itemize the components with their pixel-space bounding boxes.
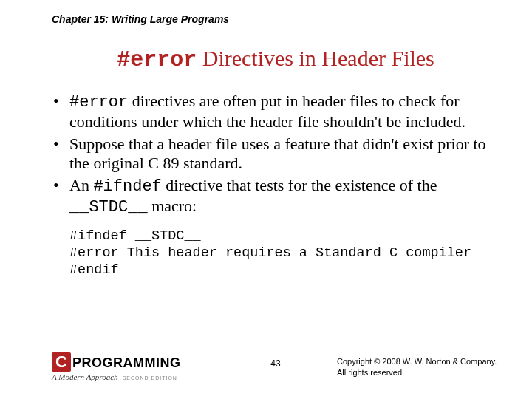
- bullet-text: macro:: [148, 197, 197, 215]
- bullet-text: directive that tests for the existence o…: [162, 176, 437, 194]
- copyright-line2: All rights reserved.: [337, 368, 404, 377]
- bullet-text: Suppose that a header file uses a featur…: [69, 134, 486, 172]
- logo-text: PROGRAMMING: [72, 356, 181, 369]
- footer: C PROGRAMMING A Modern Approach SECOND E…: [52, 352, 499, 381]
- logo-edition: SECOND EDITION: [123, 375, 177, 381]
- bullet-text: directives are often put in header files…: [69, 92, 466, 131]
- code-inline: #ifndef: [93, 177, 161, 196]
- slide: Chapter 15: Writing Large Programs #erro…: [0, 0, 532, 399]
- bullet-item: Suppose that a header file uses a featur…: [52, 134, 499, 173]
- book-logo: C PROGRAMMING A Modern Approach SECOND E…: [52, 352, 181, 381]
- slide-title: #error Directives in Header Files: [52, 46, 499, 72]
- page-number: 43: [270, 358, 280, 369]
- logo-top: C PROGRAMMING: [52, 352, 181, 372]
- logo-sub-text: A Modern Approach: [52, 373, 118, 381]
- code-inline: __STDC__: [69, 198, 148, 216]
- bullet-item: An #ifndef directive that tests for the …: [52, 176, 499, 217]
- title-code: #error: [117, 47, 197, 72]
- title-rest: Directives in Header Files: [197, 46, 434, 70]
- bullet-text: An: [69, 176, 93, 194]
- copyright: Copyright © 2008 W. W. Norton & Company.…: [337, 356, 499, 378]
- logo-subtitle: A Modern Approach SECOND EDITION: [52, 373, 181, 381]
- bullet-item: #error directives are often put in heade…: [52, 92, 499, 132]
- copyright-line1: Copyright © 2008 W. W. Norton & Company.: [337, 357, 497, 366]
- bullet-list: #error directives are often put in heade…: [52, 92, 499, 217]
- logo-c-icon: C: [52, 352, 71, 372]
- code-block: #ifndef __STDC__ #error This header requ…: [69, 228, 499, 279]
- chapter-label: Chapter 15: Writing Large Programs: [52, 13, 499, 25]
- code-inline: #error: [69, 93, 128, 112]
